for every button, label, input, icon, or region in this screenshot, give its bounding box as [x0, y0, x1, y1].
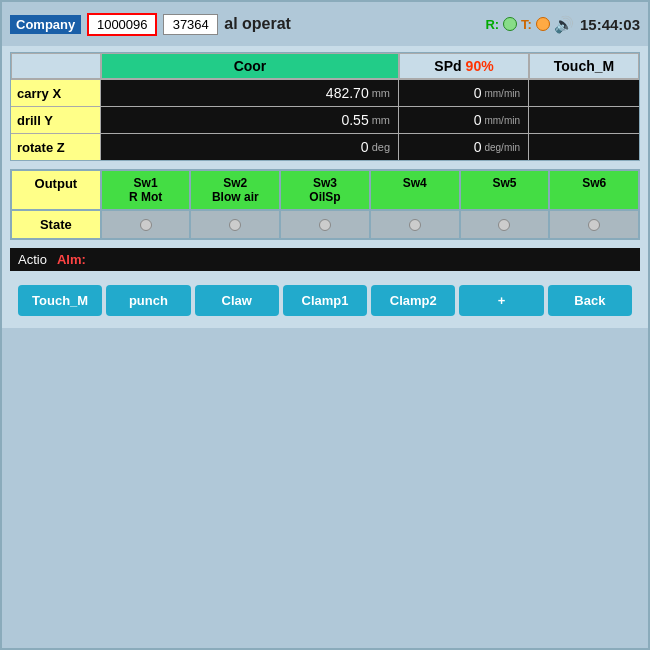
coor-val-x: 482.70mm — [101, 80, 399, 106]
t-status-icon — [536, 17, 550, 31]
touch-val-y — [529, 107, 639, 133]
coord-header-touch: Touch_M — [529, 53, 639, 79]
indicator-1 — [140, 219, 152, 231]
coor-val-z: 0deg — [101, 134, 399, 160]
main-window: Company 1000096 37364 al operat R: T: 🔊 … — [0, 0, 650, 650]
coord-header-pct: 90% — [466, 58, 494, 74]
sw-state-4[interactable] — [370, 210, 460, 239]
r-label: R: — [485, 17, 499, 32]
main-content: Coor SPd 90% Touch_M carry X 482.70mm 0m… — [2, 46, 648, 328]
id-field[interactable]: 1000096 — [87, 13, 157, 36]
sw-sw2: Sw2Blow air — [190, 170, 280, 210]
coord-row-z: rotate Z 0deg 0deg/min — [11, 133, 639, 160]
alm-label: Alm: — [57, 252, 86, 267]
row-label-y: drill Y — [11, 107, 101, 133]
sw-sw6: Sw6 — [549, 170, 639, 210]
indicator-6 — [588, 219, 600, 231]
indicator-2 — [229, 219, 241, 231]
coord-header-spd: SPd — [434, 58, 461, 74]
touch-val-z — [529, 134, 639, 160]
sw-state-label: State — [11, 210, 101, 239]
btn-plus[interactable]: + — [459, 285, 543, 316]
speaker-icon: 🔊 — [554, 15, 574, 34]
indicator-4 — [409, 219, 421, 231]
sw-header-row: Output Sw1R Mot Sw2Blow air Sw3OilSp Sw4… — [11, 170, 639, 210]
company-label: Company — [10, 15, 81, 34]
row-label-x: carry X — [11, 80, 101, 106]
sw-state-5[interactable] — [460, 210, 550, 239]
sw-table: Output Sw1R Mot Sw2Blow air Sw3OilSp Sw4… — [10, 169, 640, 240]
indicator-5 — [498, 219, 510, 231]
top-bar: Company 1000096 37364 al operat R: T: 🔊 … — [2, 2, 648, 46]
btn-punch[interactable]: punch — [106, 285, 190, 316]
btn-back[interactable]: Back — [548, 285, 632, 316]
sw-sw4: Sw4 — [370, 170, 460, 210]
coord-header-row: Coor SPd 90% Touch_M — [11, 53, 639, 79]
action-bar: Actio Alm: — [10, 248, 640, 271]
spd-val-y: 0mm/min — [399, 107, 529, 133]
sw-output-label: Output — [11, 170, 101, 210]
btn-bar: Touch_M punch Claw Clamp1 Clamp2 + Back — [10, 279, 640, 322]
sw-state-1[interactable] — [101, 210, 191, 239]
coor-val-y: 0.55mm — [101, 107, 399, 133]
btn-claw[interactable]: Claw — [195, 285, 279, 316]
touch-val-x — [529, 80, 639, 106]
coord-table: Coor SPd 90% Touch_M carry X 482.70mm 0m… — [10, 52, 640, 161]
btn-touch-m[interactable]: Touch_M — [18, 285, 102, 316]
coord-row-y: drill Y 0.55mm 0mm/min — [11, 106, 639, 133]
t-label: T: — [521, 17, 532, 32]
coord-header-coor: Coor — [101, 53, 399, 79]
coord-header-empty — [11, 53, 101, 79]
sw-sw3: Sw3OilSp — [280, 170, 370, 210]
status-icons: R: T: 🔊 — [485, 15, 574, 34]
mode-text: al operat — [224, 15, 479, 33]
coord-header-spd-wrap: SPd 90% — [399, 53, 529, 79]
sw-state-3[interactable] — [280, 210, 370, 239]
spd-val-z: 0deg/min — [399, 134, 529, 160]
coord-row-x: carry X 482.70mm 0mm/min — [11, 79, 639, 106]
sw-state-6[interactable] — [549, 210, 639, 239]
indicator-3 — [319, 219, 331, 231]
spd-val-x: 0mm/min — [399, 80, 529, 106]
action-label: Actio — [18, 252, 47, 267]
second-field[interactable]: 37364 — [163, 14, 218, 35]
sw-sw5: Sw5 — [460, 170, 550, 210]
sw-sw1: Sw1R Mot — [101, 170, 191, 210]
r-status-icon — [503, 17, 517, 31]
row-label-z: rotate Z — [11, 134, 101, 160]
time-display: 15:44:03 — [580, 16, 640, 33]
btn-clamp2[interactable]: Clamp2 — [371, 285, 455, 316]
sw-state-2[interactable] — [190, 210, 280, 239]
btn-clamp1[interactable]: Clamp1 — [283, 285, 367, 316]
sw-state-row: State — [11, 210, 639, 239]
